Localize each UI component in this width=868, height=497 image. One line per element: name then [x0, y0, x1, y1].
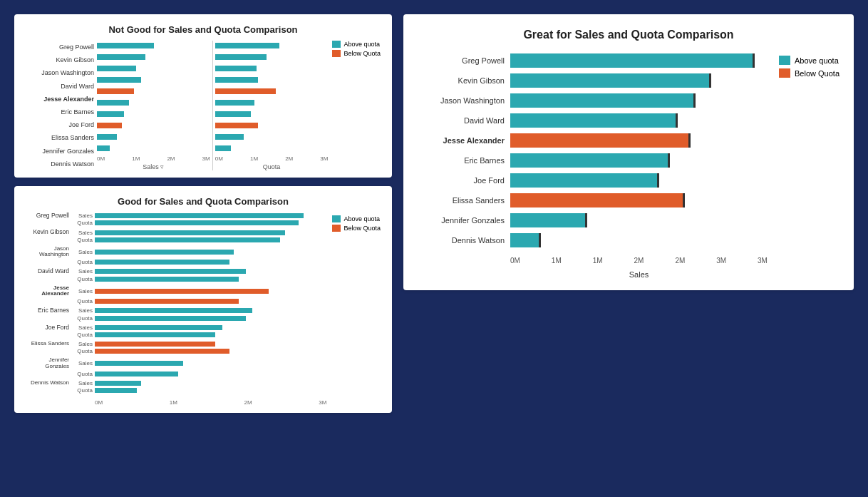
ng-quota-bars [215, 41, 329, 153]
ng-sales-bar-5 [97, 98, 210, 108]
ng-sales-bar-0 [97, 41, 210, 51]
good-sublabel-8q: Quota [72, 371, 95, 377]
ng-quota-bar-fill-8 [215, 134, 244, 140]
ng-label-0: Greg Powell [26, 42, 94, 52]
good-bar-7q [95, 348, 326, 354]
good-bar-9q [95, 387, 326, 393]
good-bar-fill-0q [95, 220, 299, 225]
ng-legend-teal-box [332, 41, 341, 48]
good-bar-2q [95, 260, 326, 265]
good-chart-card: Good for Sales and Quota Comparison Greg… [14, 186, 392, 413]
good-sublabel-8s: Sales [72, 360, 95, 367]
great-label-4: Jesse Alexander [418, 136, 510, 145]
good-legend-below-label: Below Quota [343, 225, 381, 232]
good-bar-3s [95, 269, 326, 275]
great-marker-3 [676, 113, 678, 128]
good-bar-8s [95, 361, 326, 367]
ng-separator [212, 41, 213, 170]
great-row-4: Jesse Alexander [418, 133, 768, 148]
great-row-2: Jason Washington [418, 93, 768, 108]
ng-sales-bar-fill-3 [97, 77, 141, 83]
great-title: Great for Sales and Quota Comparison [418, 29, 839, 41]
ng-quota-bar-4 [215, 86, 329, 96]
great-label-0: Greg Powell [418, 56, 510, 65]
great-bar-6 [510, 173, 659, 188]
great-label-1: Kevin Gibson [418, 76, 510, 85]
ng-quota-bar-fill-3 [215, 77, 258, 83]
ng-quota-axis-label: Quota [215, 163, 329, 170]
good-legend: Above quota Below Quota [326, 212, 381, 406]
ng-row-labels: Greg Powell Kevin Gibson Jason Washingto… [26, 41, 97, 170]
good-group-2: Jason Washington Sales Quota [26, 246, 326, 267]
good-group-9: Dennis Watson Sales Quota [26, 380, 326, 394]
good-bar-fill-4q [95, 299, 239, 304]
ng-label-8: Jennifer Gonzales [26, 146, 94, 156]
ng-quota-bar-fill-6 [215, 111, 251, 117]
good-bar-0s [95, 213, 326, 219]
good-label-8: Jennifer Gonzales [26, 357, 72, 370]
good-label-0: Greg Powell [26, 212, 72, 219]
great-marker-8 [585, 213, 587, 227]
good-row-2-quota: Quota [26, 259, 326, 265]
great-row-9: Dennis Watson [418, 232, 768, 248]
good-bar-6s [95, 324, 326, 330]
great-bar-area-2 [510, 93, 768, 108]
good-group-3: David Ward Sales Quota [26, 268, 326, 282]
ng-sales-bar-fill-2 [97, 66, 136, 71]
good-bar-fill-7q [95, 349, 229, 354]
left-column: Not Good for Sales and Quota Comparison … [14, 14, 392, 413]
ng-quota-bar-8 [215, 132, 329, 142]
great-bar-3 [510, 113, 678, 128]
good-row-5-quota: Quota [26, 315, 326, 322]
good-bar-fill-2s [95, 250, 234, 255]
good-sublabel-5q: Quota [72, 315, 95, 322]
great-chart-card: Great for Sales and Quota Comparison Gre… [403, 14, 854, 290]
ng-sales-bars [97, 41, 210, 153]
ng-sales-bar-fill-4 [97, 88, 134, 94]
ng-quota-bar-fill-5 [215, 100, 254, 106]
ng-sales-bar-9 [97, 143, 210, 153]
great-legend-below-label: Below Quota [795, 69, 839, 78]
ng-sales-bar-6 [97, 109, 210, 119]
good-row-7-quota: Quota [26, 348, 326, 354]
good-sublabel-4q: Quota [72, 298, 95, 304]
good-sublabel-5s: Sales [72, 307, 95, 314]
great-bar-8 [510, 213, 587, 227]
ng-quota-bar-fill-7 [215, 123, 258, 128]
good-group-6: Joe Ford Sales Quota [26, 324, 326, 339]
ng-quota-bar-1 [215, 52, 329, 62]
great-label-3: David Ward [418, 116, 510, 125]
great-bar-area-9 [510, 232, 768, 248]
good-group-0: Greg Powell Sales Quota [26, 212, 326, 227]
ng-sales-axis: 0M1M2M3M [97, 155, 210, 162]
good-bar-5q [95, 315, 326, 321]
good-bar-2s [95, 249, 326, 255]
great-bar-2 [510, 93, 696, 108]
good-bar-fill-7s [95, 342, 215, 347]
ng-legend-items: Above quota Below Quota [332, 41, 381, 57]
great-row-7: Elissa Sanders [418, 193, 768, 208]
good-legend-below: Below Quota [332, 225, 381, 232]
good-row-8-sales: Jennifer Gonzales Sales [26, 357, 326, 370]
good-bar-fill-9q [95, 388, 137, 393]
good-bar-3q [95, 276, 326, 282]
good-axis: 0M 1M 2M 3M [95, 399, 326, 406]
good-label-9: Dennis Watson [26, 380, 72, 386]
good-row-6-quota: Quota [26, 332, 326, 338]
great-label-8: Jennifer Gonzales [418, 216, 510, 225]
good-sublabel-7q: Quota [72, 348, 95, 354]
good-row-1-sales: Kevin Gibson Sales [26, 229, 326, 235]
great-row-5: Eric Barnes [418, 153, 768, 168]
great-bar-4 [510, 133, 691, 148]
great-label-7: Elissa Sanders [418, 196, 510, 205]
good-sublabel-0q: Quota [72, 220, 95, 226]
ng-sales-axis-label: Sales ▿ [97, 163, 210, 170]
good-bar-6q [95, 332, 326, 337]
ng-quota-bar-0 [215, 41, 329, 51]
great-bar-area-5 [510, 153, 768, 168]
good-bar-fill-1s [95, 230, 285, 235]
good-label-4: Jesse Alexander [26, 285, 72, 298]
good-legend-above-label: Above quota [343, 215, 380, 222]
good-bar-fill-6s [95, 325, 222, 330]
good-sublabel-9q: Quota [72, 387, 95, 394]
